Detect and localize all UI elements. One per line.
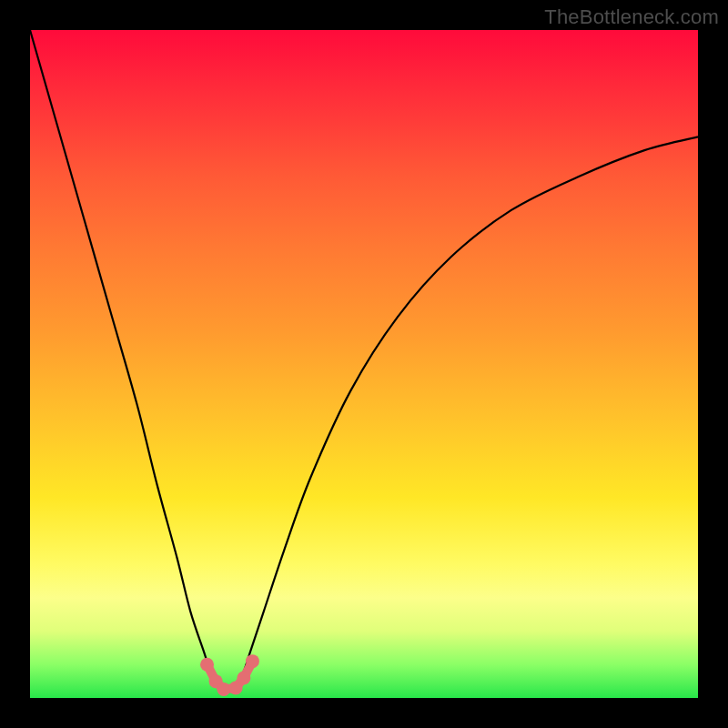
marker-dot <box>200 658 214 672</box>
marker-dot <box>246 654 259 668</box>
plot-area <box>30 30 698 698</box>
chart-frame: TheBottleneck.com <box>0 0 728 728</box>
watermark-text: TheBottleneck.com <box>544 5 719 29</box>
marker-dot <box>237 671 250 684</box>
bottleneck-curve <box>30 30 698 693</box>
chart-svg <box>30 30 698 698</box>
marker-dot <box>217 682 230 696</box>
